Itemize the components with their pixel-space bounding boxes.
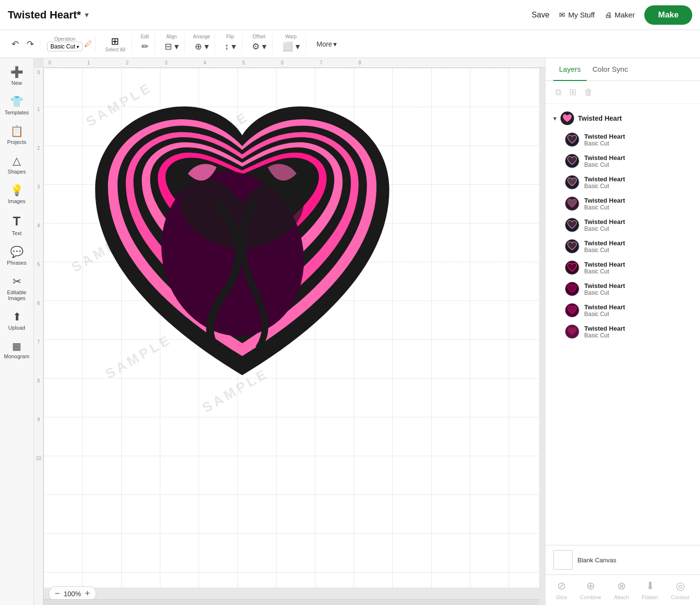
sidebar-item-images[interactable]: 💡 Images (2, 180, 32, 208)
list-item[interactable]: Twisted Heart Basic Cut (545, 193, 700, 214)
undo-button[interactable]: ↶ (9, 37, 22, 51)
layer-thumb-10 (565, 324, 579, 339)
projects-icon: 📋 (10, 125, 23, 138)
sidebar-item-phrases[interactable]: 💬 Phrases (2, 242, 32, 270)
more-group: More ▾ (310, 38, 344, 50)
redo-button[interactable]: ↷ (24, 37, 37, 51)
combine-label: Combine (580, 594, 601, 600)
layer-sub-4: Basic Cut (584, 204, 625, 211)
ruler-left-tick-7: 7 (37, 339, 40, 345)
zoom-out-button[interactable]: − (55, 589, 60, 599)
contour-action[interactable]: ◎ Contour (671, 580, 690, 600)
arrange-button[interactable]: ⊕ ▾ (192, 39, 212, 54)
ruler-left-tick-2: 2 (37, 145, 40, 151)
layer-name-8: Twisted Heart (584, 282, 625, 289)
list-item[interactable]: Twisted Heart Basic Cut (545, 321, 700, 342)
list-item[interactable]: Twisted Heart Basic Cut (545, 257, 700, 278)
topbar: Twisted Heart* ▾ Save ✉ My Stuff 🖨 Maker… (0, 0, 700, 30)
topbar-left: Twisted Heart* ▾ (8, 9, 89, 21)
right-panel: Layers Color Sync ⧉ ⊞ 🗑 ▾ Twisted Heart (545, 58, 700, 605)
combine-action[interactable]: ⊕ Combine (580, 580, 601, 600)
layer-thumb-5 (565, 218, 579, 232)
mystuff-button[interactable]: ✉ My Stuff (559, 11, 595, 19)
layers-list[interactable]: ▾ Twisted Heart Twisted Heart Basic Cut (545, 104, 700, 545)
offset-button[interactable]: ⚙ ▾ (249, 39, 269, 54)
sidebar-item-upload[interactable]: ⬆ Upload (2, 307, 32, 334)
list-item[interactable]: Twisted Heart Basic Cut (545, 172, 700, 193)
maker-button[interactable]: 🖨 Maker (605, 11, 635, 19)
attach-action[interactable]: ⊗ Attach (614, 580, 629, 600)
edit-button[interactable]: ✏ (139, 39, 152, 54)
layer-name-1: Twisted Heart (584, 133, 625, 140)
panel-toolbar: ⧉ ⊞ 🗑 (545, 81, 700, 104)
ruler-left-tick-1: 1 (37, 107, 40, 112)
select-all-button[interactable]: ⊞ Select All (102, 34, 128, 53)
sidebar-item-new[interactable]: ➕ New (2, 62, 32, 90)
arrange-group: Arrange ⊕ ▾ (189, 34, 215, 54)
list-item[interactable]: Twisted Heart Basic Cut (545, 236, 700, 257)
sidebar-item-monogram[interactable]: ▦ Monogram (2, 336, 32, 363)
ruler-left-tick-6: 6 (37, 301, 40, 306)
operation-select[interactable]: Basic Cut ▾ (47, 42, 82, 51)
layer-name-10: Twisted Heart (584, 325, 625, 332)
sidebar-item-text[interactable]: T Text (2, 210, 32, 240)
arrange-label: Arrange (193, 34, 210, 39)
printer-icon: 🖨 (605, 11, 612, 19)
more-chevron-icon: ▾ (333, 40, 337, 48)
flip-col: Flip ↕ ▾ (222, 34, 239, 54)
project-title: Twisted Heart* (8, 9, 81, 21)
save-button[interactable]: Save (532, 11, 549, 19)
layer-info-2: Twisted Heart Basic Cut (584, 154, 625, 168)
horizontal-scrollbar[interactable] (44, 599, 539, 605)
title-chevron-icon[interactable]: ▾ (85, 10, 89, 19)
edit-brush-icon[interactable]: 🖊 (84, 40, 92, 48)
list-item[interactable]: Twisted Heart Basic Cut (545, 150, 700, 172)
list-item[interactable]: Twisted Heart Basic Cut (545, 129, 700, 150)
more-button[interactable]: More ▾ (313, 38, 341, 50)
list-item[interactable]: Twisted Heart Basic Cut (545, 214, 700, 236)
sidebar-item-editable-images[interactable]: ✂ Editable Images (2, 271, 32, 305)
edit-label: Edit (140, 34, 149, 39)
canvas-white[interactable]: SAMPLE SAMPLE SAMPLE SAMPLE SAMPLE SAMPL… (44, 68, 539, 588)
main-area: ➕ New 👕 Templates 📋 Projects △ Shapes 💡 … (0, 58, 700, 605)
layer-name-7: Twisted Heart (584, 261, 625, 268)
make-button[interactable]: Make (644, 5, 692, 25)
tab-color-sync[interactable]: Color Sync (587, 58, 634, 81)
sidebar-item-templates[interactable]: 👕 Templates (2, 92, 32, 119)
slice-action[interactable]: ⊘ Slice (556, 580, 567, 600)
layer-name-9: Twisted Heart (584, 303, 625, 311)
basic-cut-label: Basic Cut (50, 43, 75, 50)
monogram-icon: ▦ (12, 340, 21, 352)
zoom-in-button[interactable]: + (85, 589, 90, 599)
list-item[interactable]: Twisted Heart Basic Cut (545, 278, 700, 300)
sidebar-label-shapes: Shapes (8, 169, 26, 175)
layer-sub-9: Basic Cut (584, 311, 625, 318)
ruler-left-tick-9: 9 (37, 417, 40, 422)
flatten-action[interactable]: ⬇ Flatten (642, 580, 658, 600)
sidebar-item-projects[interactable]: 📋 Projects (2, 121, 32, 149)
operation-dropdown-icon: ▾ (77, 44, 79, 49)
tab-layers[interactable]: Layers (553, 58, 587, 81)
ruler-tick-3: 3 (165, 60, 168, 65)
layer-sub-8: Basic Cut (584, 289, 625, 296)
layer-sub-3: Basic Cut (584, 183, 625, 190)
warp-button[interactable]: ⬜ ▾ (280, 39, 303, 54)
blank-canvas-label: Blank Canvas (577, 557, 616, 564)
align-col: Align ⊟ ▾ (162, 34, 182, 54)
ruler-left-tick-8: 8 (37, 378, 40, 383)
ruler-tick-7: 7 (320, 60, 323, 65)
heart-artwork[interactable] (82, 87, 402, 407)
panel-tool-delete-button[interactable]: 🗑 (582, 85, 595, 99)
offset-group: Offset ⚙ ▾ (246, 34, 273, 54)
align-button[interactable]: ⊟ ▾ (162, 39, 182, 54)
layer-group-header[interactable]: ▾ Twisted Heart (545, 108, 700, 129)
panel-tool-paste-button[interactable]: ⊞ (567, 85, 578, 99)
sidebar-item-shapes[interactable]: △ Shapes (2, 151, 32, 178)
operation-label: Operation (54, 36, 76, 42)
list-item[interactable]: Twisted Heart Basic Cut (545, 300, 700, 321)
layer-thumb-8 (565, 282, 579, 296)
panel-tool-copy-button[interactable]: ⧉ (553, 85, 563, 99)
canvas-area[interactable]: 0 1 2 3 4 5 6 7 8 0 1 2 3 4 5 6 7 8 9 10… (34, 58, 545, 605)
slice-icon: ⊘ (557, 580, 566, 592)
flip-button[interactable]: ↕ ▾ (222, 39, 239, 54)
